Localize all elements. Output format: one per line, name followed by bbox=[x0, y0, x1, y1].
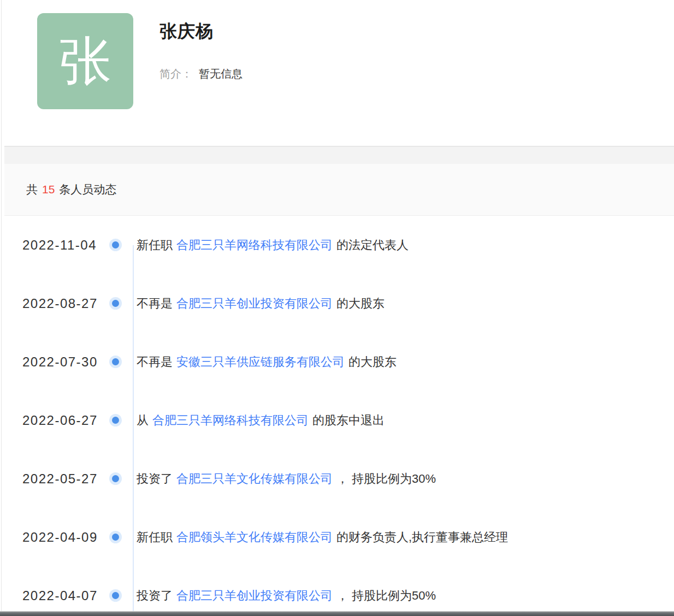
page: 张 张庆杨 简介：暂无信息 共 15 条人员动态 2022-11-04 新任职合… bbox=[0, 0, 674, 616]
company-link[interactable]: 合肥三只羊创业投资有限公司 bbox=[176, 589, 333, 602]
timeline-dot-icon bbox=[112, 417, 119, 424]
profile-header-card: 张 张庆杨 简介：暂无信息 bbox=[4, 0, 674, 146]
timeline-dot-icon bbox=[112, 300, 119, 307]
dot-column bbox=[99, 241, 131, 248]
dot-column bbox=[99, 358, 131, 365]
event-action: 新任职 bbox=[137, 530, 173, 544]
event-text: 从合肥三只羊网络科技有限公司的股东中退出 bbox=[137, 412, 385, 429]
company-link[interactable]: 安徽三只羊供应链服务有限公司 bbox=[176, 355, 345, 369]
event-action: 新任职 bbox=[137, 238, 173, 252]
dot-column bbox=[99, 417, 131, 424]
timeline-row: 2022-05-27 投资了合肥三只羊文化传媒有限公司， 持股比例为30% bbox=[4, 449, 674, 508]
card-gap bbox=[4, 146, 674, 164]
timeline-list: 2022-11-04 新任职合肥三只羊网络科技有限公司的法定代表人 2022-0… bbox=[4, 216, 674, 616]
person-name: 张庆杨 bbox=[159, 20, 243, 44]
timeline-row: 2022-04-09 新任职合肥领头羊文化传媒有限公司的财务负责人,执行董事兼总… bbox=[4, 508, 674, 566]
timeline-dot-icon bbox=[112, 592, 119, 599]
dot-column bbox=[99, 300, 131, 307]
timeline-dot-icon bbox=[112, 475, 119, 482]
event-text: 不再是安徽三只羊供应链服务有限公司的大股东 bbox=[137, 354, 397, 370]
event-text: 投资了合肥三只羊创业投资有限公司， 持股比例为50% bbox=[137, 588, 436, 604]
company-link[interactable]: 合肥三只羊网络科技有限公司 bbox=[176, 238, 333, 252]
event-detail: 的大股东 bbox=[336, 297, 385, 310]
timeline-row: 2022-06-27 从合肥三只羊网络科技有限公司的股东中退出 bbox=[4, 391, 674, 449]
event-action: 投资了 bbox=[137, 589, 173, 602]
event-date: 2022-04-07 bbox=[4, 588, 99, 603]
event-text: 新任职合肥领头羊文化传媒有限公司的财务负责人,执行董事兼总经理 bbox=[137, 529, 508, 546]
timeline-row: 2022-04-07 投资了合肥三只羊创业投资有限公司， 持股比例为50% bbox=[4, 566, 674, 616]
timeline-row: 2022-08-27 不再是合肥三只羊创业投资有限公司的大股东 bbox=[4, 274, 674, 333]
count-suffix: 条人员动态 bbox=[59, 182, 116, 197]
event-date: 2022-06-27 bbox=[4, 413, 99, 428]
profile-info: 张庆杨 简介：暂无信息 bbox=[159, 20, 243, 81]
event-detail: 的股东中退出 bbox=[312, 413, 385, 427]
company-link[interactable]: 合肥三只羊文化传媒有限公司 bbox=[176, 472, 333, 485]
page-left-border bbox=[1, 0, 2, 611]
intro-row: 简介：暂无信息 bbox=[159, 67, 243, 81]
event-detail: ， 持股比例为30% bbox=[336, 472, 436, 485]
timeline-row: 2022-07-30 不再是安徽三只羊供应链服务有限公司的大股东 bbox=[4, 333, 674, 391]
event-date: 2022-05-27 bbox=[4, 471, 99, 487]
count-prefix: 共 bbox=[26, 182, 38, 197]
event-text: 不再是合肥三只羊创业投资有限公司的大股东 bbox=[137, 295, 385, 312]
bottom-window-edge bbox=[0, 611, 674, 616]
count-number: 15 bbox=[42, 183, 55, 196]
timeline-dot-icon bbox=[112, 358, 119, 365]
event-detail: 的大股东 bbox=[348, 355, 397, 369]
intro-value: 暂无信息 bbox=[199, 68, 243, 80]
company-link[interactable]: 合肥领头羊文化传媒有限公司 bbox=[176, 530, 333, 544]
event-action: 从 bbox=[137, 413, 149, 427]
dynamics-card: 共 15 条人员动态 2022-11-04 新任职合肥三只羊网络科技有限公司的法… bbox=[4, 164, 674, 616]
event-text: 投资了合肥三只羊文化传媒有限公司， 持股比例为30% bbox=[137, 471, 436, 487]
event-detail: 的法定代表人 bbox=[336, 238, 409, 252]
company-link[interactable]: 合肥三只羊网络科技有限公司 bbox=[152, 413, 309, 427]
timeline-dot-icon bbox=[112, 241, 119, 248]
dot-column bbox=[99, 534, 131, 541]
event-text: 新任职合肥三只羊网络科技有限公司的法定代表人 bbox=[137, 237, 409, 253]
event-action: 不再是 bbox=[137, 355, 173, 369]
event-detail: 的财务负责人,执行董事兼总经理 bbox=[336, 530, 508, 544]
timeline: 2022-11-04 新任职合肥三只羊网络科技有限公司的法定代表人 2022-0… bbox=[4, 216, 674, 616]
dot-column bbox=[99, 475, 131, 482]
timeline-line bbox=[133, 245, 134, 616]
event-date: 2022-04-09 bbox=[4, 530, 99, 545]
timeline-dot-icon bbox=[112, 534, 119, 541]
intro-label: 简介： bbox=[159, 68, 192, 80]
dot-column bbox=[99, 592, 131, 599]
event-detail: ， 持股比例为50% bbox=[336, 589, 436, 602]
company-link[interactable]: 合肥三只羊创业投资有限公司 bbox=[176, 297, 333, 310]
event-action: 不再是 bbox=[137, 297, 173, 310]
event-action: 投资了 bbox=[137, 472, 173, 485]
event-date: 2022-11-04 bbox=[4, 238, 99, 253]
timeline-row: 2022-11-04 新任职合肥三只羊网络科技有限公司的法定代表人 bbox=[4, 216, 674, 274]
dynamics-count-header: 共 15 条人员动态 bbox=[4, 164, 674, 216]
event-date: 2022-07-30 bbox=[4, 354, 99, 370]
avatar: 张 bbox=[37, 13, 133, 109]
event-date: 2022-08-27 bbox=[4, 296, 99, 311]
